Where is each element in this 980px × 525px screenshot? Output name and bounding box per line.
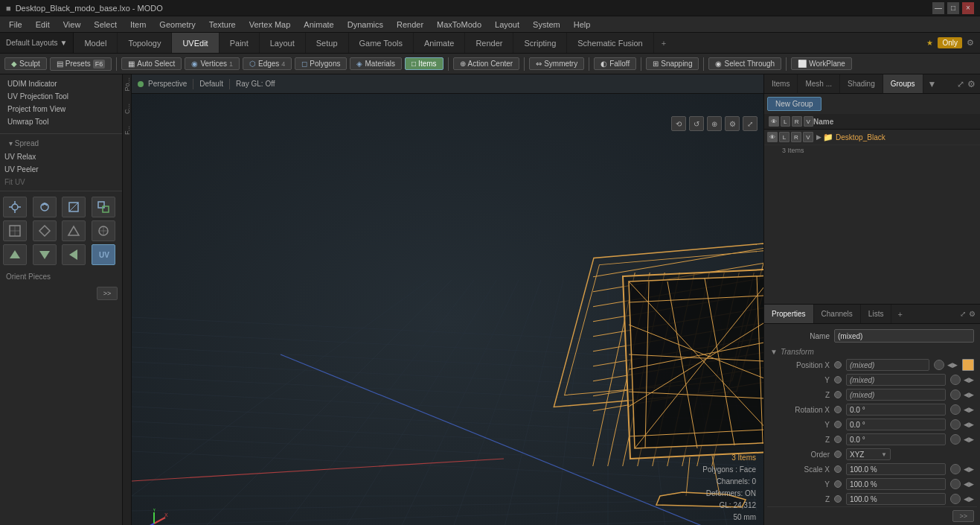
vp-settings-btn[interactable]: ⚙ <box>725 116 740 131</box>
rt-tab-shading[interactable]: Shading <box>840 74 883 93</box>
project-from-view-tool[interactable]: Project from View <box>3 103 119 115</box>
tool-icon-scale[interactable] <box>62 197 86 217</box>
menu-texture[interactable]: Texture <box>203 19 242 31</box>
tool-icon-rotate[interactable] <box>33 197 57 217</box>
symmetry-button[interactable]: ⇔ Symmetry <box>529 57 584 70</box>
scale-x-value[interactable]: 100.0 % <box>846 463 946 475</box>
tool-icon-arrow-down[interactable] <box>33 244 57 265</box>
position-x-color-btn[interactable] <box>962 359 974 371</box>
position-x-value[interactable]: (mixed) <box>846 359 929 371</box>
menu-render[interactable]: Render <box>391 19 429 31</box>
item-render-btn[interactable]: R <box>791 132 801 142</box>
prop-tab-properties[interactable]: Properties <box>764 305 814 323</box>
settings-icon[interactable]: ⚙ <box>967 38 974 48</box>
rt-expand-icon[interactable]: ⤢ <box>957 79 964 89</box>
tool-icon-move[interactable] <box>3 197 27 217</box>
tab-add-button[interactable]: + <box>654 33 673 53</box>
uv-relax-tool[interactable]: UV Relax <box>0 150 122 163</box>
menu-system[interactable]: System <box>527 19 566 31</box>
scale-z-arrow[interactable]: ◀▶ <box>964 495 974 503</box>
menu-layout[interactable]: Layout <box>489 19 525 31</box>
item-lock-btn[interactable]: L <box>779 132 790 142</box>
item-vis-btn[interactable]: V <box>803 132 813 142</box>
edge-tab-3[interactable]: F... <box>124 126 131 135</box>
rt-tab-items[interactable]: Items <box>764 74 798 93</box>
rotation-x-dial[interactable] <box>950 404 961 415</box>
edges-button[interactable]: ⬡ Edges 4 <box>243 57 292 70</box>
pos-x-arrow[interactable]: ◀▶ <box>947 361 958 369</box>
menu-edit[interactable]: Edit <box>30 19 56 31</box>
tab-setup[interactable]: Setup <box>306 33 349 53</box>
edge-tab-2[interactable]: C... <box>124 104 131 114</box>
vp-zoom-btn[interactable]: ⊕ <box>707 116 722 131</box>
menu-dynamics[interactable]: Dynamics <box>342 19 389 31</box>
scale-x-arrow[interactable]: ◀▶ <box>964 465 974 473</box>
rt-settings-icon[interactable]: ⚙ <box>967 79 976 89</box>
tab-uvedit[interactable]: UVEdit <box>172 33 219 53</box>
scale-y-dial[interactable] <box>950 479 961 489</box>
snapping-button[interactable]: ⊞ Snapping <box>646 57 699 70</box>
item-row-desktop-black[interactable]: 👁 L R V ▶ 📁 Desktop_Black <box>764 130 980 145</box>
sculpt-button[interactable]: ◆ Sculpt <box>4 57 47 70</box>
menu-vertex-map[interactable]: Vertex Map <box>243 19 297 31</box>
rt-tab-mesh[interactable]: Mesh ... <box>798 74 840 93</box>
rot-z-arrow[interactable]: ◀▶ <box>964 436 974 443</box>
prop-expand-btn[interactable]: ⤢ ⚙ <box>955 305 980 323</box>
prop-tab-add[interactable]: + <box>891 305 908 323</box>
scroll-down-btn[interactable]: >> <box>952 510 974 522</box>
tab-scripting[interactable]: Scripting <box>513 33 567 53</box>
vp-reset-btn[interactable]: ↺ <box>689 116 704 131</box>
menu-item[interactable]: Item <box>124 19 152 31</box>
menu-animate[interactable]: Animate <box>298 19 339 31</box>
menu-maxtomodo[interactable]: MaxToModo <box>431 19 487 31</box>
tab-topology[interactable]: Topology <box>118 33 172 53</box>
new-group-button[interactable]: New Group <box>767 97 822 111</box>
rot-x-arrow[interactable]: ◀▶ <box>964 406 974 413</box>
viewport[interactable]: Perspective Default Ray GL: Off <box>132 74 764 525</box>
scale-y-arrow[interactable]: ◀▶ <box>964 480 974 488</box>
uv-peeler-tool[interactable]: UV Peeler <box>0 163 122 176</box>
tab-model[interactable]: Model <box>74 33 118 53</box>
falloff-button[interactable]: ◐ Falloff <box>594 57 636 70</box>
fit-uv-tool[interactable]: Fit UV <box>0 176 122 188</box>
tool-icon-arrow-left[interactable] <box>62 244 86 265</box>
scale-y-value[interactable]: 100.0 % <box>846 478 946 490</box>
rotation-y-dial[interactable] <box>950 419 961 430</box>
menu-file[interactable]: File <box>3 19 28 31</box>
pos-y-arrow[interactable]: ◀▶ <box>964 376 974 384</box>
minimize-button[interactable]: — <box>932 2 944 14</box>
menu-help[interactable]: Help <box>568 19 597 31</box>
udim-indicator-tool[interactable]: UDIM Indicator <box>3 77 119 90</box>
tool-icon-uv4[interactable] <box>92 220 115 241</box>
maximize-button[interactable]: □ <box>947 2 959 14</box>
edge-tab-1[interactable]: Po... <box>124 77 131 92</box>
rotation-z-dial[interactable] <box>950 434 961 445</box>
scale-z-dial[interactable] <box>950 494 961 504</box>
close-button[interactable]: × <box>962 2 974 14</box>
order-value[interactable]: XYZ ▼ <box>846 448 891 460</box>
position-x-dial[interactable] <box>934 360 944 370</box>
position-z-dial[interactable] <box>950 389 961 400</box>
viewport-canvas[interactable]: ⟲ ↺ ⊕ ⚙ ⤢ 3 Items Polygons : Face Channe… <box>132 94 763 525</box>
presets-button[interactable]: ▤ Presets F6 <box>50 57 112 71</box>
scale-x-dial[interactable] <box>950 464 961 474</box>
select-through-button[interactable]: ◉ Select Through <box>708 57 781 70</box>
menu-view[interactable]: View <box>57 19 87 31</box>
tab-schematic-fusion[interactable]: Schematic Fusion <box>567 33 653 53</box>
tool-icon-uv3[interactable] <box>62 220 86 241</box>
rt-tab-groups[interactable]: Groups <box>883 74 923 93</box>
vertices-button[interactable]: ◉ Vertices 1 <box>185 57 240 70</box>
position-y-value[interactable]: (mixed) <box>846 374 946 386</box>
vp-expand-btn[interactable]: ⤢ <box>743 116 758 131</box>
prop-tab-lists[interactable]: Lists <box>861 305 892 323</box>
materials-button[interactable]: ◈ Materials <box>350 57 402 70</box>
titlebar-controls[interactable]: — □ × <box>932 2 974 14</box>
scale-z-value[interactable]: 100.0 % <box>846 493 946 505</box>
unwrap-tool[interactable]: Unwrap Tool <box>3 115 119 128</box>
tool-icon-uv2[interactable] <box>33 220 57 241</box>
tab-game-tools[interactable]: Game Tools <box>349 33 414 53</box>
item-eye-btn[interactable]: 👁 <box>767 132 778 142</box>
tool-icon-uv-active[interactable]: UV <box>92 244 115 265</box>
tab-render[interactable]: Render <box>465 33 513 53</box>
name-prop-value[interactable]: (mixed) <box>834 329 974 343</box>
